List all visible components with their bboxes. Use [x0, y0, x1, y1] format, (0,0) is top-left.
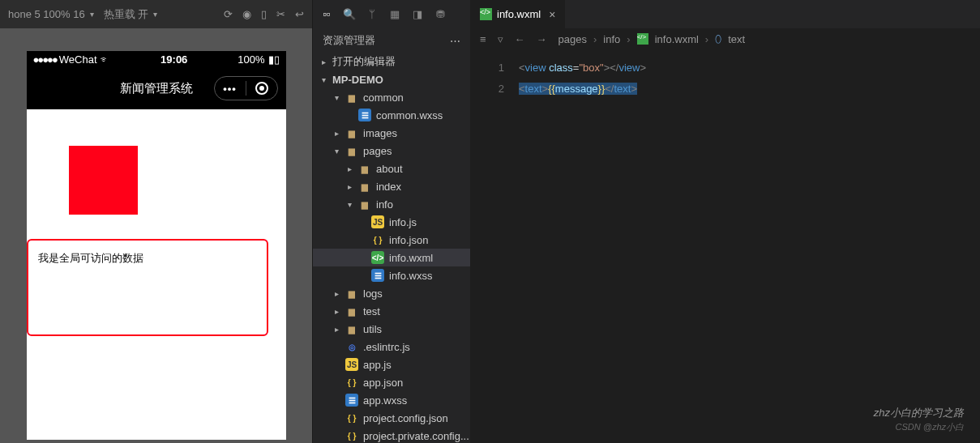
close-app-icon[interactable]	[246, 77, 277, 100]
json-icon: { }	[345, 376, 358, 389]
tree-label: .eslintrc.js	[363, 341, 410, 353]
tree-label: info	[376, 198, 393, 211]
explorer-panel: ▫▫ 🔍 ᛘ ▦ ◨ ⛃ 资源管理器⋯ ▸打开的编辑器 ▾MP-DEMO ▾▆c…	[312, 0, 470, 443]
code-line: <text>{{message}}</text>	[519, 79, 646, 100]
eslint-icon: ◎	[345, 340, 358, 353]
tree-label: images	[363, 127, 397, 139]
tree-file[interactable]: JSapp.js	[313, 356, 470, 373]
tree-folder[interactable]: ▸▆about	[313, 160, 470, 177]
file-tree: ▸打开的编辑器 ▾MP-DEMO ▾▆common☰common.wxss▸▆i…	[313, 53, 470, 443]
simulator-toolbar: hone 5 100% 16▾ 热重载 开▾ ⟳ ◉ ▯ ✂ ↩	[0, 0, 312, 28]
folder-icon: ▆	[358, 198, 371, 211]
chevron-down-icon: ▾	[153, 10, 157, 19]
back-icon[interactable]: ↩	[295, 8, 304, 20]
tree-file[interactable]: ◎.eslintrc.js	[313, 338, 470, 356]
more-icon[interactable]: ⋯	[450, 35, 460, 47]
tree-label: test	[363, 305, 380, 317]
tree-file[interactable]: { }project.config.json	[313, 409, 470, 427]
cut-icon[interactable]: ✂	[276, 8, 285, 20]
project-root[interactable]: ▾MP-DEMO	[313, 70, 470, 88]
menu-icon[interactable]: •••	[215, 77, 246, 100]
wxml-icon: </>	[480, 8, 492, 20]
tree-file[interactable]: { }project.private.config...	[313, 427, 470, 443]
folder-icon: ▆	[345, 305, 358, 317]
tree-file[interactable]: { }info.json	[313, 231, 470, 249]
tree-folder[interactable]: ▸▆images	[313, 124, 470, 142]
folder-icon: ▆	[345, 287, 358, 300]
nav-back-icon[interactable]: ←	[515, 33, 525, 45]
editor-panel: </> info.wxml × ≡ ▿ ← → pages› info› </>…	[470, 0, 980, 443]
tab-info-wxml[interactable]: </> info.wxml ×	[470, 0, 566, 28]
docker-icon[interactable]: ⛃	[433, 8, 447, 20]
wxml-icon: </>	[637, 33, 648, 45]
open-editors-section[interactable]: ▸打开的编辑器	[313, 53, 470, 70]
phone-frame: ●●●●● WeChat ᯤ 19:06 100%▮▯ 新闻管理系统 ••• 我…	[27, 51, 286, 440]
tree-label: index	[376, 181, 401, 193]
wxss-icon: ☰	[371, 269, 384, 282]
nav-fwd-icon[interactable]: →	[537, 33, 547, 45]
hot-reload-toggle[interactable]: 热重载 开▾	[104, 7, 158, 22]
refresh-icon[interactable]: ⟳	[224, 8, 233, 20]
phone-status-bar: ●●●●● WeChat ᯤ 19:06 100%▮▯	[27, 51, 286, 67]
crumb[interactable]: info	[603, 33, 620, 45]
tree-folder[interactable]: ▾▆common	[313, 88, 470, 106]
record-icon[interactable]: ◉	[242, 8, 251, 20]
img-icon: ▆	[345, 126, 358, 139]
tree-file[interactable]: ☰app.wxss	[313, 391, 470, 409]
tree-label: app.wxss	[363, 394, 407, 407]
tree-folder[interactable]: ▾▆info	[313, 195, 470, 213]
tree-file[interactable]: { }app.json	[313, 373, 470, 391]
json-icon: { }	[371, 233, 384, 246]
wifi-icon: ᯤ	[97, 53, 111, 66]
chevron-down-icon: ▾	[90, 10, 94, 19]
tree-label: app.json	[363, 377, 403, 389]
crumb[interactable]: pages	[558, 33, 587, 45]
code-area[interactable]: 12 <view class="box"></view> <text>{{mes…	[470, 49, 980, 443]
device-icon[interactable]: ▯	[261, 8, 267, 20]
layout-icon[interactable]: ◨	[410, 8, 425, 20]
close-icon[interactable]: ×	[549, 8, 555, 21]
explorer-title: 资源管理器⋯	[313, 28, 470, 53]
list-icon[interactable]: ≡	[480, 33, 486, 45]
tree-file[interactable]: ☰common.wxss	[313, 106, 470, 124]
simulator-panel: hone 5 100% 16▾ 热重载 开▾ ⟳ ◉ ▯ ✂ ↩ ●●●●● W…	[0, 0, 312, 443]
tree-label: project.private.config...	[363, 430, 469, 442]
tag-icon: ⬯	[715, 32, 721, 45]
view-box	[69, 146, 138, 215]
tree-label: info.wxss	[389, 270, 432, 282]
branch-icon[interactable]: ᛘ	[365, 8, 379, 20]
crumb[interactable]: info.wxml	[655, 33, 699, 45]
tree-label: app.js	[363, 359, 392, 371]
tree-label: utils	[363, 323, 382, 335]
tree-folder[interactable]: ▸▆index	[313, 177, 470, 195]
tree-file[interactable]: </>info.wxml	[313, 249, 470, 266]
wxml-icon: </>	[371, 251, 384, 264]
wxss-icon: ☰	[345, 394, 358, 407]
capsule: •••	[214, 76, 278, 100]
phone-body: 我是全局可访问的数据	[27, 109, 286, 440]
tree-label: info.wxml	[389, 252, 433, 264]
tree-folder[interactable]: ▸▆utils	[313, 320, 470, 338]
tree-label: info.json	[389, 234, 428, 246]
tree-folder[interactable]: ▸▆test	[313, 302, 470, 320]
folder-icon: ▆	[345, 322, 358, 335]
explorer-icon[interactable]: ▫▫	[319, 8, 334, 20]
crumb[interactable]: text	[728, 33, 745, 45]
tree-file[interactable]: JSinfo.js	[313, 213, 470, 231]
tree-label: common.wxss	[376, 109, 443, 121]
tree-folder[interactable]: ▸▆logs	[313, 284, 470, 302]
tree-folder[interactable]: ▾▆pages	[313, 142, 470, 160]
bookmark-icon[interactable]: ▿	[498, 33, 503, 45]
folder-icon: ▆	[358, 162, 371, 175]
wxss-icon: ☰	[358, 109, 371, 121]
activity-bar: ▫▫ 🔍 ᛘ ▦ ◨ ⛃	[313, 0, 470, 28]
search-icon[interactable]: 🔍	[342, 8, 357, 20]
tree-file[interactable]: ☰info.wxss	[313, 266, 470, 284]
js-icon: JS	[345, 358, 358, 371]
simulator-stage: ●●●●● WeChat ᯤ 19:06 100%▮▯ 新闻管理系统 ••• 我…	[0, 28, 312, 443]
grid-icon[interactable]: ▦	[387, 8, 402, 20]
folder-icon: ▆	[345, 91, 358, 104]
folder-icon: ▆	[358, 180, 371, 193]
device-selector[interactable]: hone 5 100% 16▾	[8, 8, 94, 20]
tree-label: about	[376, 163, 403, 175]
